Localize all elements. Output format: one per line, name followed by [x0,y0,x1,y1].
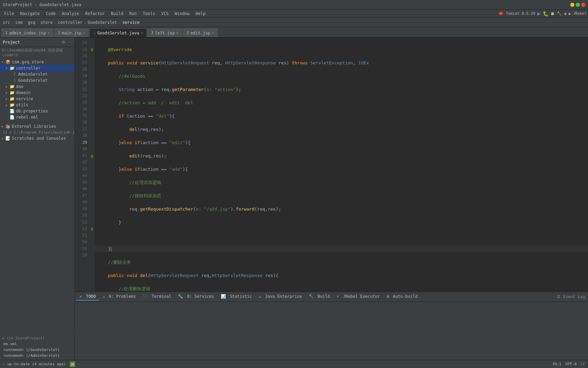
code-container[interactable]: 24 25 26 27 28 29 30 31 32 33 34 35 36 3… [75,37,588,292]
breadcrumb-com[interactable]: com [15,20,23,25]
sidebar-gear-btn[interactable]: ⚙ [61,40,66,45]
bottom-tab-terminal[interactable]: ⬛ Terminal [139,293,175,301]
breadcrumb-controller[interactable]: controller [58,20,82,25]
sidebar-collapse-btn[interactable]: − [67,40,72,45]
terminal-icon: ⬛ [143,294,148,299]
tab-close-left[interactable]: × [176,31,178,35]
event-log-btn[interactable]: 🗓 Event Log [557,294,585,299]
tree-item-rebelxml[interactable]: 📄 rebel.xml [0,114,75,120]
statistic-label: Statistic [230,294,252,299]
tree-item-adminservlet[interactable]: C AdminServlet [0,71,75,77]
ln-37: 37 [76,126,87,133]
autobuild-icon: ⚙ [387,294,389,299]
tab-close-goods[interactable]: × [141,31,143,35]
breadcrumb-src[interactable]: src [3,20,10,25]
menu-analyze[interactable]: Analyze [59,11,82,17]
bottom-content[interactable] [75,302,588,360]
stop-btn[interactable]: ⏹ [551,11,555,16]
status-left: ✓ up-to-date (4 minutes ago) JR [3,362,75,367]
svg-text:JR: JR [70,363,74,366]
build-label: Build [317,294,330,299]
tab-main[interactable]: J main.jsp × [54,28,89,37]
close-btn[interactable] [581,3,585,7]
tree-item-jdk[interactable]: 11 > C:\Program Files\Java\jdk-11.0.2 [0,129,75,135]
bottom-tab-jrebel[interactable]: ⚡ JRebel Executor [333,293,383,301]
code-content[interactable]: @Override public void service(HttpServle… [95,37,588,292]
services-label: 8: Services [187,294,214,299]
tree-item-dbprops[interactable]: 📄 db.properties [0,108,75,114]
toolbar-more[interactable]: ◀ ▶ [564,11,571,16]
bottom-tab-statistic[interactable]: 📊 Statistic [217,293,255,301]
jrebel-status-icon: JR [70,362,75,367]
tab-label-edit: edit.jsp [191,31,210,35]
menu-code[interactable]: Code [43,11,59,17]
code-line-24: @Override [95,46,588,53]
status-lf[interactable]: LF [581,362,585,366]
breadcrumb-store[interactable]: store [40,20,53,25]
tree-item-store[interactable]: ▾ 📦 com.gxq.store [0,59,75,65]
breadcrumb-goodsservlet[interactable]: GoodsServlet [88,20,117,25]
menu-help[interactable]: Help [193,11,208,17]
tree-item-service[interactable]: ▸ 📁 service [0,96,75,102]
ln-25: 25 [76,46,87,53]
tab-admin-index[interactable]: J admin_index.jsp × [1,28,53,37]
debug-btn[interactable]: 🐛 [543,11,549,16]
project-sidebar: Project ⚙ − D:\JavaWeb实训\day04-综合训练\code… [0,37,75,360]
tree-item-dao[interactable]: ▸ 📁 dao [0,83,75,90]
ln-29: 29 [76,73,87,80]
sidebar-title: Project [3,40,20,45]
menu-run[interactable]: Run [127,11,140,17]
tree-item-adminservlet-url[interactable]: <unnamed> (/AdminServlet) [2,353,72,358]
ln-36: 36 [76,119,87,126]
tab-left[interactable]: J left.jsp × [147,28,182,37]
bottom-tab-problems[interactable]: ⚠ 6: Problems [99,293,139,301]
statistic-icon: 📊 [221,294,226,299]
terminal-label: Terminal [152,294,172,299]
menu-refactor[interactable]: Refactor [82,11,108,17]
window-controls[interactable] [570,3,585,7]
bottom-tab-build[interactable]: 🔨 Build [305,293,333,301]
minimize-btn[interactable] [570,3,574,7]
ln-38: 38 [76,133,87,139]
menu-vcs[interactable]: VCS [159,11,172,17]
menu-navigate[interactable]: Navigate [17,11,43,17]
status-encoding[interactable]: UTF-8 [566,362,577,366]
breadcrumb-service[interactable]: service [122,20,140,25]
bottom-tab-java-enterprise[interactable]: ☕ Java Enterprise [255,293,305,301]
ln-52: 52 [76,226,87,232]
code-line-42: //处理删除逻辑 [95,286,588,292]
tab-close-admin[interactable]: × [48,31,50,35]
tree-item-domain[interactable]: ▸ 📁 domain [0,90,75,96]
tree-item-scratches[interactable]: ▸ 📝 Scratches and Consoles [0,135,75,141]
tab-close-edit[interactable]: × [212,31,214,35]
tab-close-main[interactable]: × [83,31,85,35]
status-uptodate[interactable]: ✓ up-to-date (4 minutes ago) [3,362,66,366]
tree-item-utils[interactable]: ▸ 📁 utils [0,102,75,108]
editor-area: 24 25 26 27 28 29 30 31 32 33 34 35 36 3… [75,37,588,292]
menu-window[interactable]: Window [172,11,192,17]
tab-edit[interactable]: J edit.jsp × [183,28,217,37]
menu-tools[interactable]: Tools [140,11,158,17]
menu-file[interactable]: File [1,11,17,17]
breadcrumb-gxq[interactable]: gxq [28,20,35,25]
maximize-btn[interactable] [576,3,580,7]
ln-47: 47 [76,193,87,199]
bottom-tab-services[interactable]: 🔧 8: Services [175,293,217,301]
window-title: StoreProject - GoodsServlet.java [3,2,81,7]
tree-item-goodsservlet-url[interactable]: <unnamed> (/GoodsServlet) [2,347,72,353]
tab-goodsservlet[interactable]: ☕ GoodsServlet.java × [89,28,146,37]
tree-item-external-libs[interactable]: ▸ 📚 External Libraries [0,123,75,129]
bottom-tab-todo[interactable]: ✓ TODO [76,293,99,301]
build-btn[interactable]: 🔨 [557,11,562,16]
tree-item-controller[interactable]: ▾ 📁 controller [0,65,75,71]
code-line-25: public void service(HttpServletRequest r… [95,60,588,66]
tomcat-config[interactable]: 🍅 Tomcat 8.5.29 [499,11,535,16]
tab-label-main: main.jsp [62,31,82,35]
tab-label-left: left.jsp [155,31,175,35]
status-line-col[interactable]: 39:1 [552,362,561,366]
bottom-tab-autobuild[interactable]: ⚙ Auto-build [383,293,421,301]
run-btn[interactable]: ▶ [537,10,541,17]
tree-item-goodsservlet[interactable]: C GoodsServlet [0,77,75,83]
tree-item-webxml[interactable]: eb.xml [2,341,72,347]
menu-build[interactable]: Build [108,11,126,17]
